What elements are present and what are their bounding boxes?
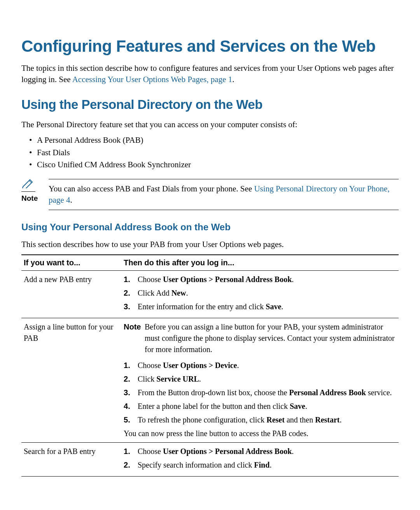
procedure-table: If you want to... Then do this after you… xyxy=(21,254,399,477)
heading-2: Using the Personal Directory on the Web xyxy=(21,97,399,112)
inline-note-body: Before you can assign a line button for … xyxy=(145,321,396,355)
note-body: You can also access PAB and Fast Dials f… xyxy=(49,183,399,210)
table-row: Add a new PAB entry Choose User Options … xyxy=(21,270,399,318)
inline-note: Note Before you can assign a line button… xyxy=(124,321,396,355)
bullet-item: Cisco Unified CM Address Book Synchroniz… xyxy=(21,159,399,171)
intro-paragraph: The topics in this section describe how … xyxy=(21,63,399,86)
after-steps-text: You can now press the line button to acc… xyxy=(124,428,396,439)
heading-3: Using Your Personal Address Book on the … xyxy=(21,222,399,233)
row-steps: Choose User Options > Personal Address B… xyxy=(121,442,399,476)
row-action: Search for a PAB entry xyxy=(21,442,121,476)
h3-intro: This section describes how to use your P… xyxy=(21,239,399,250)
pencil-icon xyxy=(21,179,49,190)
link-user-options-pages[interactable]: Accessing Your User Options Web Pages, p… xyxy=(72,75,232,84)
step-item: From the Button drop-down list box, choo… xyxy=(124,387,396,398)
step-item: To refresh the phone configuration, clic… xyxy=(124,414,396,426)
step-item: Click Service URL. xyxy=(124,373,396,385)
step-item: Choose User Options > Device. xyxy=(124,360,396,371)
row-action: Add a new PAB entry xyxy=(21,270,121,318)
step-item: Choose User Options > Personal Address B… xyxy=(124,274,396,285)
step-item: Specify search information and click Fin… xyxy=(124,459,396,471)
table-header-left: If you want to... xyxy=(21,255,121,271)
bullet-item: A Personal Address Book (PAB) xyxy=(21,134,399,147)
intro-text-post: . xyxy=(232,75,234,84)
step-item: Enter information for the entry and clic… xyxy=(124,301,396,312)
bullet-item: Fast Dials xyxy=(21,147,399,159)
row-action: Assign a line button for your PAB xyxy=(21,318,121,442)
note-label: Note xyxy=(21,194,49,203)
row-steps: Choose User Options > Personal Address B… xyxy=(121,270,399,318)
pd-intro: The Personal Directory feature set that … xyxy=(21,119,399,130)
row-steps: Note Before you can assign a line button… xyxy=(121,318,399,442)
table-row: Search for a PAB entry Choose User Optio… xyxy=(21,442,399,476)
page-content: Configuring Features and Services on the… xyxy=(0,0,420,510)
note-underline xyxy=(21,191,35,192)
inline-note-label: Note xyxy=(124,321,145,355)
note-block: Note You can also access PAB and Fast Di… xyxy=(21,179,399,210)
table-row: Assign a line button for your PAB Note B… xyxy=(21,318,399,442)
step-item: Click Add New. xyxy=(124,287,396,299)
note-text-pre: You can also access PAB and Fast Dials f… xyxy=(49,184,254,193)
note-text-post: . xyxy=(70,195,72,205)
note-icon-column: Note xyxy=(21,179,49,203)
step-item: Enter a phone label for the button and t… xyxy=(124,401,396,412)
feature-list: A Personal Address Book (PAB) Fast Dials… xyxy=(21,134,399,171)
note-body-wrap: You can also access PAB and Fast Dials f… xyxy=(49,179,399,210)
heading-1: Configuring Features and Services on the… xyxy=(21,37,399,56)
step-item: Choose User Options > Personal Address B… xyxy=(124,446,396,457)
table-header-right: Then do this after you log in... xyxy=(121,255,399,271)
